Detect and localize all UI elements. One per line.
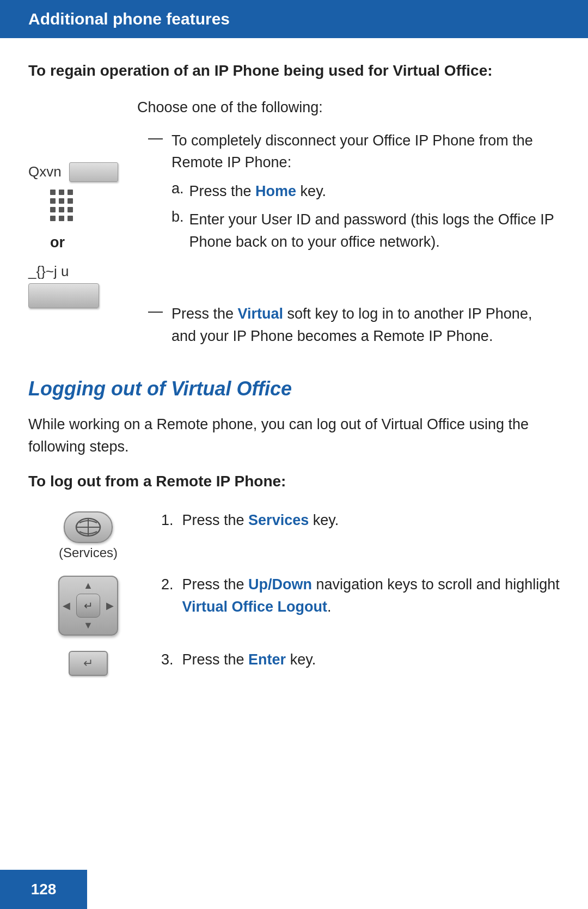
step3-row: ↵ 3. Press the Enter key. bbox=[28, 649, 560, 676]
enter-key-icon: ↵ bbox=[69, 651, 108, 676]
step2-text: 2. Press the Up/Down navigation keys to … bbox=[161, 574, 560, 623]
nav-pad-icon: ▲ ▼ ◀ ▶ ↵ bbox=[58, 576, 118, 636]
section2-subheading: To log out from a Remote IP Phone: bbox=[28, 471, 560, 492]
home-key-label: Qxvn bbox=[28, 163, 62, 180]
step1-text: 1. Press the Services key. bbox=[161, 509, 560, 537]
nav-up-arrow: ▲ bbox=[83, 580, 93, 591]
step2-content: Press the Up/Down navigation keys to scr… bbox=[182, 574, 560, 618]
nav-right-arrow: ▶ bbox=[106, 600, 114, 612]
step1-row: (Services) 1. Press the Services key. bbox=[28, 509, 560, 560]
step-b-text: Enter your User ID and password (this lo… bbox=[189, 209, 560, 253]
home-key-word: Home bbox=[255, 183, 296, 199]
bullet1-intro: To completely disconnect your Office IP … bbox=[171, 130, 560, 174]
nav-down-arrow: ▼ bbox=[83, 620, 93, 631]
step3-content: Press the Enter key. bbox=[182, 649, 316, 671]
virtual-key-label: _{}~j u bbox=[28, 263, 99, 280]
content-area: To regain operation of an IP Phone being… bbox=[0, 60, 588, 676]
section2-title: Logging out of Virtual Office bbox=[28, 377, 560, 400]
keypad-dots bbox=[50, 190, 73, 221]
dash2: — bbox=[148, 303, 163, 347]
vo-logout-word: Virtual Office Logout bbox=[182, 599, 328, 615]
or-divider: or bbox=[50, 234, 65, 251]
section1-heading: To regain operation of an IP Phone being… bbox=[28, 60, 560, 81]
step3-num: 3. bbox=[161, 649, 174, 671]
services-label: (Services) bbox=[59, 545, 118, 560]
footer: 128 bbox=[0, 870, 87, 909]
header-bar: Additional phone features bbox=[0, 0, 588, 38]
nav-center-btn: ↵ bbox=[76, 594, 100, 618]
step3-text: 3. Press the Enter key. bbox=[161, 649, 560, 676]
bullet2-text: Press the Virtual soft key to log in to … bbox=[171, 303, 560, 347]
step2-row: ▲ ▼ ◀ ▶ ↵ 2. Press the Up/Down navigatio… bbox=[28, 574, 560, 636]
choose-text: Choose one of the following: bbox=[137, 96, 560, 119]
services-key-word: Services bbox=[248, 512, 309, 528]
services-button-icon bbox=[64, 511, 113, 543]
enter-key-word: Enter bbox=[248, 651, 286, 668]
updown-key-word: Up/Down bbox=[248, 576, 312, 593]
virtual-key-word: Virtual bbox=[238, 306, 284, 322]
services-icon-group: (Services) bbox=[59, 511, 118, 560]
step1-content: Press the Services key. bbox=[182, 509, 339, 532]
header-title: Additional phone features bbox=[28, 10, 230, 28]
step-b-label: b. bbox=[171, 209, 184, 253]
step2-num: 2. bbox=[161, 574, 174, 618]
step-a-text: Press the Home key. bbox=[189, 180, 327, 203]
section2-intro: While working on a Remote phone, you can… bbox=[28, 413, 560, 457]
step-a-label: a. bbox=[171, 180, 184, 203]
home-key-icon bbox=[69, 162, 118, 182]
dash1: — bbox=[148, 130, 163, 260]
nav-left-arrow: ◀ bbox=[63, 600, 70, 612]
page-number: 128 bbox=[31, 881, 57, 898]
virtual-soft-key-icon bbox=[28, 283, 99, 308]
step1-num: 1. bbox=[161, 509, 174, 532]
